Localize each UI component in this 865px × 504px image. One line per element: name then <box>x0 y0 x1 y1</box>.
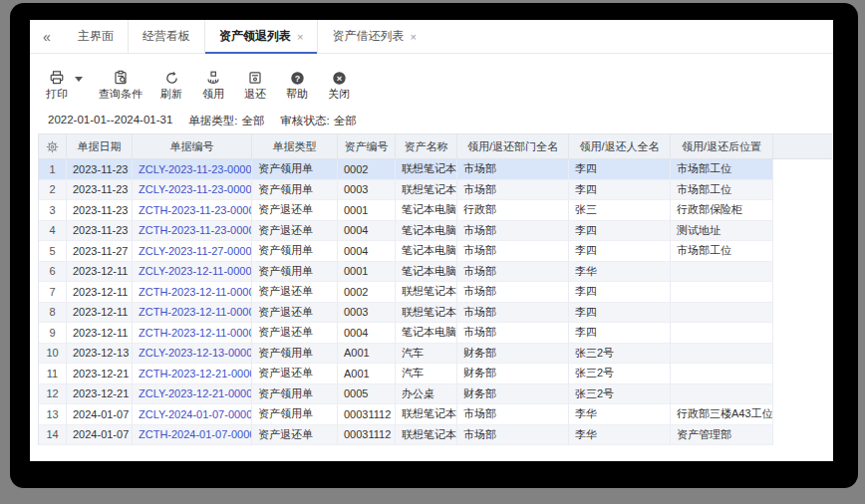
doc-number-link[interactable]: ZCLY-2023-11-23-00001 <box>133 180 252 201</box>
person-cell: 张三2号 <box>569 384 671 405</box>
close-tab-icon[interactable]: × <box>410 31 416 43</box>
tab-business-dashboard[interactable]: 经营看板 <box>128 20 204 53</box>
doc-number-link[interactable]: ZCTH-2024-01-07-00001 <box>133 425 252 446</box>
doc-number-link[interactable]: ZCLY-2023-12-11-00003 <box>133 262 252 283</box>
doc-number-link[interactable]: ZCTH-2023-11-23-00002 <box>133 221 252 242</box>
row-number: 2 <box>39 180 67 201</box>
table-row[interactable]: 122023-12-21ZCLY-2023-12-21-00005资产领用单00… <box>39 384 832 405</box>
asset-name-cell: 笔记本电脑 <box>396 221 457 242</box>
doc-type-cell: 资产退还单 <box>252 282 338 303</box>
row-filler <box>773 323 832 344</box>
tab-asset-issue-return-list[interactable]: 资产领退列表 × <box>204 20 317 53</box>
row-filler <box>773 241 832 262</box>
doc-date-cell: 2023-11-23 <box>67 159 133 180</box>
table-row[interactable]: 72023-12-11ZCTH-2023-12-11-00003资产退还单000… <box>39 282 832 303</box>
table-row[interactable]: 22023-11-23ZCLY-2023-11-23-00001资产领用单000… <box>39 180 832 201</box>
asset-number-cell: 0002 <box>338 282 396 303</box>
department-cell: 财务部 <box>457 364 569 384</box>
tab-main[interactable]: 主界面 <box>64 20 128 53</box>
department-cell: 市场部 <box>457 303 569 324</box>
doc-number-link[interactable]: ZCLY-2023-11-27-00002 <box>133 241 252 262</box>
doc-type-filter: 单据类型: 全部 <box>188 114 264 129</box>
column-settings-button[interactable] <box>39 133 67 159</box>
row-filler <box>773 221 832 242</box>
column-header-person[interactable]: 领用/退还人全名 <box>569 133 671 159</box>
asset-name-cell: 笔记本电脑 <box>396 323 457 344</box>
table-row[interactable]: 92023-12-11ZCTH-2023-12-11-00004资产退还单000… <box>39 323 832 344</box>
audit-status-label: 审核状态: <box>281 114 330 129</box>
asset-name-cell: 联想笔记本 <box>396 159 457 180</box>
row-number: 9 <box>39 323 67 344</box>
receive-button[interactable]: 领用 <box>200 70 226 100</box>
location-cell: 行政部三楼A43工位 <box>671 404 773 425</box>
table-row[interactable]: 132024-01-07ZCLY-2024-01-07-00001资产领用单00… <box>39 404 832 425</box>
help-button[interactable]: ? 帮助 <box>284 70 310 100</box>
audit-status-filter: 审核状态: 全部 <box>281 114 357 129</box>
refresh-button[interactable]: 刷新 <box>158 70 184 100</box>
row-number: 7 <box>39 282 67 303</box>
doc-number-link[interactable]: ZCTH-2023-11-23-00001 <box>133 200 252 221</box>
date-range-filter: 2022-01-01--2024-01-31 <box>48 114 172 129</box>
doc-number-link[interactable]: ZCLY-2023-12-21-00005 <box>133 384 252 405</box>
row-filler <box>773 384 832 405</box>
department-cell: 财务部 <box>457 344 569 365</box>
collapse-tabs-icon[interactable]: « <box>30 20 64 53</box>
row-filler <box>773 364 832 384</box>
grid-header-row: 单据日期 单据编号 单据类型 资产编号 资产名称 领用/退还部门全名 领用/退还… <box>39 133 832 159</box>
person-cell: 张三 <box>569 200 671 221</box>
doc-date-cell: 2023-12-11 <box>67 282 133 303</box>
column-header-doc-type[interactable]: 单据类型 <box>252 133 338 159</box>
table-row[interactable]: 112023-12-21ZCTH-2023-12-21-00005资产退还单A0… <box>39 364 832 384</box>
doc-date-cell: 2023-12-11 <box>67 303 133 324</box>
tab-asset-borrow-return-list[interactable]: 资产借还列表 × <box>317 20 430 53</box>
table-row[interactable]: 52023-11-27ZCLY-2023-11-27-00002资产领用单000… <box>39 241 832 262</box>
print-dropdown-caret-icon[interactable] <box>75 77 83 82</box>
doc-type-cell: 资产领用单 <box>252 262 338 283</box>
column-header-doc-date[interactable]: 单据日期 <box>67 133 133 159</box>
doc-type-cell: 资产领用单 <box>252 180 338 201</box>
table-row[interactable]: 32023-11-23ZCTH-2023-11-23-00001资产退还单000… <box>39 200 832 221</box>
table-row[interactable]: 62023-12-11ZCLY-2023-12-11-00003资产领用单000… <box>39 262 832 283</box>
close-view-button[interactable]: × 关闭 <box>326 70 352 100</box>
table-row[interactable]: 42023-11-23ZCTH-2023-11-23-00002资产退还单000… <box>39 221 832 242</box>
doc-number-link[interactable]: ZCLY-2023-12-13-00004 <box>133 344 252 365</box>
table-row[interactable]: 102023-12-13ZCLY-2023-12-13-00004资产领用单A0… <box>39 344 832 365</box>
person-cell: 李四 <box>569 221 671 242</box>
doc-number-link[interactable]: ZCTH-2023-12-11-00004 <box>133 323 252 344</box>
column-header-asset-number[interactable]: 资产编号 <box>338 133 396 159</box>
column-header-department[interactable]: 领用/退还部门全名 <box>457 133 569 159</box>
row-number: 10 <box>39 344 67 365</box>
table-row[interactable]: 142024-01-07ZCTH-2024-01-07-00001资产退还单00… <box>39 425 832 446</box>
column-header-location[interactable]: 领用/退还后位置 <box>671 133 773 159</box>
table-row[interactable]: 12023-11-23ZCLY-2023-11-23-00001资产领用单000… <box>39 159 832 180</box>
print-button[interactable]: 打印 <box>44 70 70 100</box>
doc-date-cell: 2023-11-23 <box>67 200 133 221</box>
asset-number-cell: 00031112 <box>338 404 396 425</box>
row-number: 1 <box>39 159 67 180</box>
return-button[interactable]: 退还 <box>242 70 268 100</box>
asset-number-cell: 0002 <box>338 159 396 180</box>
doc-number-link[interactable]: ZCLY-2023-11-23-00001 <box>133 159 252 180</box>
close-tab-icon[interactable]: × <box>297 31 303 43</box>
person-cell: 李华 <box>569 262 671 283</box>
audit-status-value: 全部 <box>334 114 357 129</box>
doc-date-cell: 2023-11-27 <box>67 241 133 262</box>
row-number: 4 <box>39 221 67 242</box>
row-filler <box>773 159 832 180</box>
location-cell <box>671 364 773 384</box>
asset-name-cell: 联想笔记本1... <box>396 425 457 446</box>
svg-text:×: × <box>336 73 342 83</box>
doc-number-link[interactable]: ZCLY-2024-01-07-00001 <box>133 404 252 425</box>
row-filler <box>773 282 832 303</box>
department-cell: 行政部 <box>457 200 569 221</box>
doc-number-link[interactable]: ZCTH-2023-12-11-00003 <box>133 282 252 303</box>
table-row[interactable]: 82023-12-11ZCTH-2023-12-11-00003资产退还单000… <box>39 303 832 324</box>
column-header-doc-number[interactable]: 单据编号 <box>133 133 252 159</box>
row-filler <box>773 344 832 365</box>
location-cell: 资产管理部 <box>671 425 773 446</box>
row-number: 11 <box>39 364 67 384</box>
query-conditions-button[interactable]: 查询条件 <box>99 70 143 100</box>
doc-number-link[interactable]: ZCTH-2023-12-11-00003 <box>133 303 252 324</box>
doc-number-link[interactable]: ZCTH-2023-12-21-00005 <box>133 364 252 384</box>
column-header-asset-name[interactable]: 资产名称 <box>396 133 457 159</box>
